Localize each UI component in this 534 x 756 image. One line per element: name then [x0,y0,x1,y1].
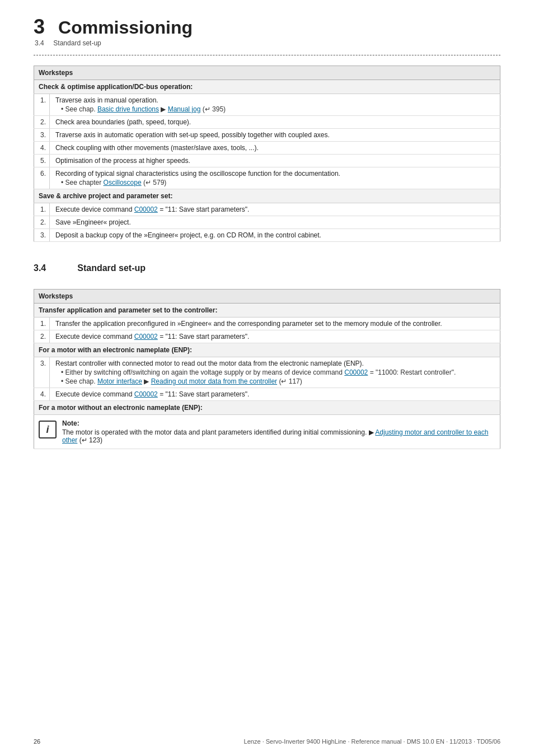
step6-sub: • See chapter Oscilloscope (↵ 579) [55,179,495,186]
enp-step3-text: Restart controller with connected motor … [55,360,364,367]
step2-text: Check area boundaries (path, speed, torq… [55,118,191,126]
worksteps-table-1: Worksteps Check & optimise application/D… [34,66,500,242]
section-no-enp: For a motor without an electronic namepl… [34,401,500,415]
save-step2-text: Save »Engineer« project. [55,218,131,226]
note-cell: i Note: The motor is operated with the m… [39,419,495,444]
table-row: 2. Check area boundaries (path, speed, t… [34,116,500,129]
table-row: 4. Check coupling with other movements (… [34,142,500,155]
chapter-header: 3 Commissioning [34,17,500,37]
step6-text: Recording of typical signal characterist… [55,170,340,178]
table-row: 3. Traverse axis in automatic operation … [34,129,500,142]
section34-heading: 3.4 Standard set-up [34,258,500,281]
table-row: 1. Traverse axis in manual operation. • … [34,94,500,116]
section-transfer: Transfer application and parameter set t… [34,304,500,318]
table-row: 1. Execute device command C00002 = "11: … [34,203,500,216]
table-row: 1. Transfer the application preconfigure… [34,318,500,330]
step1-sub: • See chap. Basic drive functions ▶ Manu… [55,105,495,113]
publisher-info: Lenze · Servo-Inverter 9400 HighLine · R… [244,738,500,745]
c00002-link-3[interactable]: C00002 [344,368,368,376]
section-check: Check & optimise application/DC-bus oper… [34,80,500,94]
enp-step3-sub2: • See chap. Motor interface ▶ Reading ou… [55,377,495,385]
worksteps-table-2: Worksteps Transfer application and param… [34,289,500,449]
note-title: Note: [62,419,495,427]
info-icon: i [39,421,57,438]
c00002-link-4[interactable]: C00002 [134,390,158,398]
page-number: 26 [34,738,40,745]
c00002-link-1[interactable]: C00002 [134,206,158,213]
table-row: 3. Restart controller with connected mot… [34,357,500,388]
table-row: 4. Execute device command C00002 = "11: … [34,388,500,401]
note-row: i Note: The motor is operated with the m… [34,415,500,449]
motor-interface-link[interactable]: Motor interface [97,377,142,385]
step5-text: Optimisation of the process at higher sp… [55,157,190,165]
table1-header: Worksteps [34,66,500,80]
basic-drive-functions-link[interactable]: Basic drive functions [97,105,159,113]
section-enp: For a motor with an electronic nameplate… [34,343,500,357]
step3-text: Traverse axis in automatic operation wit… [55,131,330,139]
c00002-link-2[interactable]: C00002 [134,333,158,340]
step4-text: Check coupling with other movements (mas… [55,144,259,152]
adjusting-motor-link[interactable]: Adjusting motor and controller to each o… [62,428,488,444]
step1-text: Traverse axis in manual operation. [55,96,158,104]
section-divider [34,55,500,55]
table-row: 3. Deposit a backup copy of the »Enginee… [34,229,500,242]
table-row: 5. Optimisation of the process at higher… [34,155,500,167]
table2-header: Worksteps [34,290,500,304]
table-row: 6. Recording of typical signal character… [34,167,500,189]
table-row: 2. Execute device command C00002 = "11: … [34,330,500,343]
note-content: Note: The motor is operated with the mot… [62,419,495,444]
chapter-title: Commissioning [58,18,193,36]
save-step3-text: Deposit a backup copy of the »Engineer« … [55,231,321,239]
oscilloscope-link[interactable]: Oscilloscope [104,179,142,186]
note-text: The motor is operated with the motor dat… [62,428,488,444]
page-footer: 26 Lenze · Servo-Inverter 9400 HighLine … [34,738,500,745]
section-label: 3.4 Standard set-up [35,39,500,47]
table-row: 2. Save »Engineer« project. [34,216,500,229]
enp-step3-sub1: • Either by switching off/switching on a… [55,368,495,376]
chapter-number: 3 [34,17,45,37]
manual-jog-link[interactable]: Manual jog [168,105,201,113]
section-save: Save & archive project and parameter set… [34,189,500,203]
reading-out-motor-data-link[interactable]: Reading out motor data from the controll… [151,377,277,385]
transfer-step1-text: Transfer the application preconfigured i… [55,320,442,328]
